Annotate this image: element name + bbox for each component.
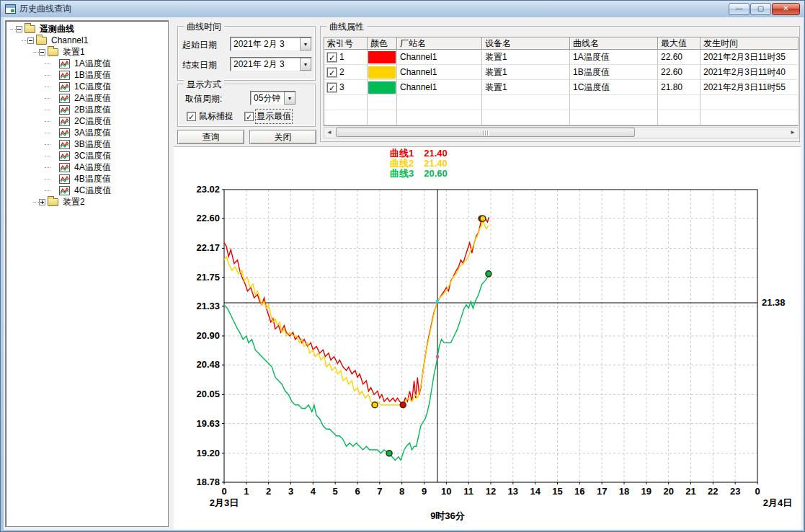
x-axis-label: 21 <box>685 486 695 497</box>
show-extremes-checkbox[interactable]: ✓ 显示最值 <box>244 110 291 123</box>
tree-item-4A温度值[interactable]: 4A温度值 <box>6 161 168 173</box>
tree-item-3C温度值[interactable]: 3C温度值 <box>6 150 168 161</box>
tree-item-2A温度值[interactable]: 2A温度值 <box>6 92 168 104</box>
tree-item-Channel1[interactable]: Channel1 <box>6 35 168 46</box>
row-index-cell[interactable]: ✓2 <box>324 65 368 80</box>
y-axis-label: 23.02 <box>196 184 220 195</box>
empty-cell <box>324 110 368 125</box>
period-select[interactable]: 05分钟 ▼ <box>250 91 296 105</box>
max-marker <box>486 271 492 277</box>
tree-item-2B温度值[interactable]: 2B温度值 <box>6 104 168 115</box>
tree-item-label: 1C温度值 <box>73 81 112 93</box>
table-header-cell[interactable]: 厂站名 <box>397 37 482 50</box>
tree-expand-toggle[interactable] <box>39 49 45 56</box>
checkbox-check-icon[interactable]: ✓ <box>244 112 254 121</box>
tree-item-3B温度值[interactable]: 3B温度值 <box>6 138 168 150</box>
row-color-cell <box>368 65 397 80</box>
history-curve-chart[interactable]: 23.0222.6022.1721.7521.3320.9020.4820.05… <box>174 147 801 530</box>
scroll-right-icon[interactable]: ► <box>788 128 798 138</box>
curve-props-table[interactable]: 索引号颜色厂站名设备名曲线名最大值发生时间✓1Channel1装置11A温度值2… <box>324 37 799 126</box>
tree-connector <box>45 144 50 145</box>
start-date-select[interactable]: 2021年 2月 3 ▼ <box>230 37 312 51</box>
folder-icon <box>48 198 58 206</box>
tree-item-装置2[interactable]: 装置2 <box>6 196 168 208</box>
tree-item-1C温度值[interactable]: 1C温度值 <box>6 81 168 92</box>
curve-icon <box>59 59 70 68</box>
checkbox-check-icon[interactable]: ✓ <box>187 112 196 121</box>
scroll-left-icon[interactable]: ◄ <box>324 128 334 138</box>
tree-item-4B温度值[interactable]: 4B温度值 <box>6 173 168 185</box>
end-date-select[interactable]: 2021年 2月 3 ▼ <box>230 57 312 71</box>
curve-color-swatch <box>368 66 396 79</box>
tree-connector <box>45 179 50 179</box>
tree-connector <box>45 167 50 168</box>
legend-label: 曲线1 <box>390 148 414 159</box>
folder-icon <box>36 37 47 45</box>
x-axis-label: 22 <box>708 486 718 497</box>
min-marker <box>372 402 378 408</box>
table-header-cell[interactable]: 颜色 <box>368 37 397 50</box>
folder-icon <box>48 48 58 56</box>
table-hscrollbar[interactable]: ◄ ► <box>324 127 799 138</box>
x-axis-label: 7 <box>377 486 382 497</box>
table-header-cell[interactable]: 最大值 <box>658 37 701 50</box>
tree-item-4C温度值[interactable]: 4C温度值 <box>6 185 168 196</box>
tree-item-2C温度值[interactable]: 2C温度值 <box>6 115 168 127</box>
tree-expand-toggle[interactable] <box>39 199 45 205</box>
scrollbar-track[interactable] <box>334 128 788 138</box>
tree-item-遥测曲线[interactable]: 遥测曲线 <box>6 23 168 35</box>
y-axis-label: 22.17 <box>196 242 220 253</box>
scrollbar-thumb[interactable] <box>336 128 635 137</box>
scrollbar-grip-icon <box>483 130 489 136</box>
title-bar[interactable]: 历史曲线查询 — ▢ ✕ <box>1 1 804 17</box>
close-dialog-button[interactable]: 关闭 <box>249 130 316 144</box>
tree-expand-toggle[interactable] <box>16 26 22 32</box>
tree-connector <box>45 75 50 76</box>
legend-value: 21.40 <box>424 159 448 169</box>
x-axis-label: 19 <box>641 486 651 497</box>
empty-cell <box>570 110 658 125</box>
row-time-cell: 2021年2月3日11时40 <box>701 65 799 80</box>
row-device-cell: 装置1 <box>482 80 570 95</box>
row-index-cell[interactable]: ✓3 <box>324 80 368 95</box>
tree-expand-toggle[interactable] <box>27 37 34 44</box>
table-header-cell[interactable]: 索引号 <box>324 37 368 50</box>
row-checkbox[interactable]: ✓ <box>327 53 337 62</box>
legend-entry: 曲线121.40 <box>390 148 527 159</box>
tree-connector <box>45 110 50 110</box>
y-axis-label: 20.05 <box>196 389 220 399</box>
curve-icon <box>59 128 70 138</box>
chevron-down-icon[interactable]: ▼ <box>300 37 311 50</box>
empty-cell <box>570 95 658 110</box>
telemetry-curve-tree[interactable]: 遥测曲线Channel1装置11A温度值1B温度值1C温度值2A温度值2B温度值… <box>5 20 169 527</box>
legend-value: 20.60 <box>424 169 448 179</box>
tree-item-1B温度值[interactable]: 1B温度值 <box>6 69 168 81</box>
chevron-down-icon[interactable]: ▼ <box>300 58 311 71</box>
table-header-cell[interactable]: 设备名 <box>482 37 570 50</box>
maximize-button[interactable]: ▢ <box>750 3 771 15</box>
empty-cell <box>701 110 799 125</box>
row-checkbox[interactable]: ✓ <box>327 83 337 92</box>
capture-marker <box>436 355 439 358</box>
empty-cell <box>482 95 570 110</box>
table-header-cell[interactable]: 发生时间 <box>701 37 799 50</box>
mouse-capture-checkbox[interactable]: ✓ 鼠标捕捉 <box>187 110 234 123</box>
query-button[interactable]: 查询 <box>177 130 244 144</box>
close-button[interactable]: ✕ <box>772 3 800 15</box>
legend-entry: 曲线221.40 <box>390 159 527 169</box>
y-axis-label: 20.48 <box>196 359 220 370</box>
minimize-button[interactable]: — <box>729 3 750 15</box>
tree-item-3A温度值[interactable]: 3A温度值 <box>6 127 168 138</box>
table-header-cell[interactable]: 曲线名 <box>570 37 658 50</box>
series-曲线2 <box>224 218 489 405</box>
row-color-cell <box>368 50 397 65</box>
tree-item-装置1[interactable]: 装置1 <box>6 46 168 58</box>
row-index-cell[interactable]: ✓1 <box>324 50 368 65</box>
mouse-capture-label: 鼠标捕捉 <box>199 110 234 123</box>
chevron-down-icon[interactable]: ▼ <box>284 92 295 105</box>
tree-item-1A温度值[interactable]: 1A温度值 <box>6 58 168 69</box>
crosshair-value-label: 21.38 <box>762 297 786 308</box>
tree-item-label: 遥测曲线 <box>38 23 76 35</box>
chart-panel: 曲线121.40曲线221.40曲线320.60 23.0222.6022.17… <box>174 146 801 530</box>
row-checkbox[interactable]: ✓ <box>327 68 337 77</box>
